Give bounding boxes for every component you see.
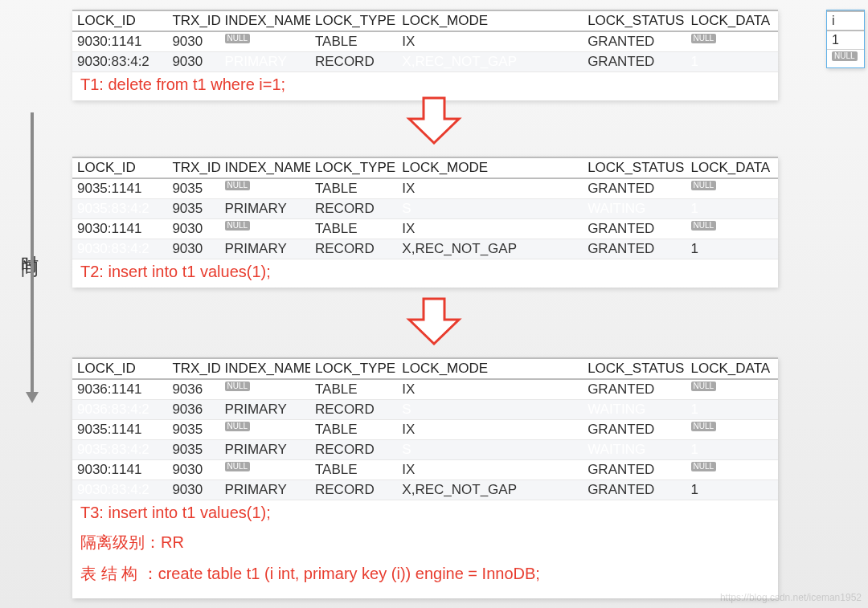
table-cell: X,REC_NOT_GAP — [397, 480, 583, 500]
column-header: TRX_ID — [167, 157, 219, 178]
table-cell: IX — [397, 379, 583, 400]
flow-arrow-icon — [406, 96, 462, 145]
table-cell: X,REC_NOT_GAP — [397, 239, 583, 259]
table-cell: NULL — [686, 379, 778, 400]
table-cell: 1 — [686, 400, 778, 420]
table-cell: 9030:83:4:2 — [72, 480, 167, 500]
table-row: 9035:11419035NULLTABLEIXGRANTEDNULL — [72, 178, 778, 199]
table-cell: 9035:83:4:2 — [72, 199, 167, 219]
table-cell: IX — [397, 219, 583, 239]
table-cell: 9036 — [167, 400, 219, 420]
table-cell: S — [397, 440, 583, 460]
table-cell: RECORD — [310, 52, 397, 72]
lock-table-1: LOCK_IDTRX_IDINDEX_NAMELOCK_TYPELOCK_MOD… — [72, 10, 778, 72]
table-cell: NULL — [220, 31, 310, 52]
column-header: INDEX_NAME — [220, 358, 310, 379]
column-header: LOCK_MODE — [397, 10, 583, 31]
lock-table-3: LOCK_IDTRX_IDINDEX_NAMELOCK_TYPELOCK_MOD… — [72, 357, 778, 500]
table-cell: TABLE — [310, 219, 397, 239]
table-cell: NULL — [220, 219, 310, 239]
column-header: LOCK_STATUS — [583, 10, 686, 31]
extra-note-isolation: 隔离级别：RR — [72, 528, 778, 560]
table-row: 9036:11419036NULLTABLEIXGRANTEDNULL — [72, 379, 778, 400]
mini-table-cell: NULL — [827, 50, 864, 67]
column-header: LOCK_DATA — [686, 157, 778, 178]
null-badge: NULL — [225, 221, 251, 231]
column-header: TRX_ID — [167, 358, 219, 379]
table-cell: WAITING — [583, 199, 686, 219]
table-cell: 9035:83:4:2 — [72, 440, 167, 460]
table-cell: PRIMARY — [220, 52, 310, 72]
table-cell: 9036:1141 — [72, 379, 167, 400]
null-badge: NULL — [225, 34, 251, 43]
mini-table: i 1 NULL — [826, 10, 865, 68]
table-cell: 9030 — [167, 480, 219, 500]
mini-table-cell: 1 — [827, 31, 864, 50]
table-cell: GRANTED — [583, 420, 686, 440]
column-header: LOCK_DATA — [686, 358, 778, 379]
table-row: 9035:83:4:29035PRIMARYRECORDSWAITING1 — [72, 440, 778, 460]
table-row: 9030:11419030NULLTABLEIXGRANTEDNULL — [72, 31, 778, 52]
table-header-row: LOCK_IDTRX_IDINDEX_NAMELOCK_TYPELOCK_MOD… — [72, 10, 778, 31]
table-cell: IX — [397, 420, 583, 440]
table-cell: NULL — [220, 178, 310, 199]
table-cell: PRIMARY — [220, 440, 310, 460]
table-cell: GRANTED — [583, 379, 686, 400]
table-cell: 9030:83:4:2 — [72, 52, 167, 72]
table-cell: NULL — [686, 178, 778, 199]
table-cell: PRIMARY — [220, 199, 310, 219]
table-cell: X,REC_NOT_GAP — [397, 52, 583, 72]
table-cell: NULL — [686, 460, 778, 480]
column-header: LOCK_STATUS — [583, 358, 686, 379]
null-badge: NULL — [691, 34, 717, 43]
table-cell: 1 — [686, 52, 778, 72]
table-cell: RECORD — [310, 199, 397, 219]
table-cell: 9036:83:4:2 — [72, 400, 167, 420]
column-header: LOCK_ID — [72, 157, 167, 178]
column-header: LOCK_MODE — [397, 157, 583, 178]
table-cell: GRANTED — [583, 178, 686, 199]
watermark: https://blog.csdn.net/iceman1952 — [720, 592, 862, 603]
table-cell: 9035 — [167, 199, 219, 219]
table-cell: 1 — [686, 199, 778, 219]
null-badge: NULL — [691, 221, 717, 231]
table-cell: GRANTED — [583, 239, 686, 259]
table-cell: PRIMARY — [220, 400, 310, 420]
timeline-label: 时间 — [18, 241, 42, 251]
table-cell: S — [397, 400, 583, 420]
table-cell: WAITING — [583, 440, 686, 460]
table-cell: 9030:83:4:2 — [72, 239, 167, 259]
null-badge: NULL — [225, 382, 251, 391]
table-row: 9035:83:4:29035PRIMARYRECORDSWAITING1 — [72, 199, 778, 219]
table-cell: 9030:1141 — [72, 460, 167, 480]
table-cell: 9036 — [167, 379, 219, 400]
table-cell: RECORD — [310, 400, 397, 420]
table-cell: 9035 — [167, 178, 219, 199]
table-cell: GRANTED — [583, 31, 686, 52]
null-badge: NULL — [225, 422, 251, 431]
lock-panel-3: LOCK_IDTRX_IDINDEX_NAMELOCK_TYPELOCK_MOD… — [72, 357, 778, 598]
column-header: LOCK_ID — [72, 358, 167, 379]
column-header: LOCK_STATUS — [583, 157, 686, 178]
column-header: LOCK_MODE — [397, 358, 583, 379]
table-cell: GRANTED — [583, 52, 686, 72]
table-cell: NULL — [220, 379, 310, 400]
table-header-row: LOCK_IDTRX_IDINDEX_NAMELOCK_TYPELOCK_MOD… — [72, 157, 778, 178]
table-row: 9030:83:4:29030PRIMARYRECORDX,REC_NOT_GA… — [72, 52, 778, 72]
column-header: INDEX_NAME — [220, 157, 310, 178]
table-cell: GRANTED — [583, 460, 686, 480]
table-cell: 9030:1141 — [72, 31, 167, 52]
null-badge: NULL — [691, 382, 717, 391]
table-cell: 9030 — [167, 460, 219, 480]
table-cell: NULL — [686, 219, 778, 239]
table-cell: TABLE — [310, 379, 397, 400]
table-cell: RECORD — [310, 440, 397, 460]
table-cell: 9035 — [167, 420, 219, 440]
table-row: 9030:11419030NULLTABLEIXGRANTEDNULL — [72, 460, 778, 480]
null-badge: NULL — [691, 422, 717, 431]
flow-arrow-icon — [406, 297, 462, 345]
table-cell: 1 — [686, 440, 778, 460]
table-cell: 9035:1141 — [72, 420, 167, 440]
column-header: INDEX_NAME — [220, 10, 310, 31]
table-cell: 9030 — [167, 239, 219, 259]
